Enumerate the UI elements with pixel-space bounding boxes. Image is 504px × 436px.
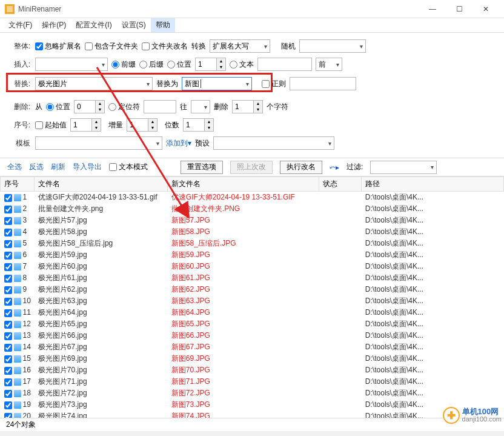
newname-cell: 新图74.JPG [168, 411, 319, 418]
status-cell [319, 376, 362, 387]
prefix-radio[interactable]: 前缀 [111, 59, 136, 70]
replace-combo[interactable]: 新图▾ [182, 77, 252, 90]
ignore-ext-checkbox[interactable]: 忽略扩展名 [35, 41, 81, 52]
regex-checkbox[interactable]: 正则 [262, 79, 286, 89]
minimize-button[interactable]: — [419, 1, 446, 18]
row-checkbox[interactable] [4, 413, 12, 418]
row-checkbox[interactable] [4, 286, 12, 294]
table-row[interactable]: 1优速GIF大师2024-04-19 13-33-51.gif优速GIF大师20… [1, 192, 504, 204]
refresh-link[interactable]: 刷新 [51, 162, 65, 172]
suffix-radio[interactable]: 后缀 [139, 59, 164, 70]
text-mode-checkbox[interactable]: 文本模式 [109, 162, 148, 172]
row-checkbox[interactable] [4, 321, 12, 329]
text-radio[interactable]: 文本 [230, 59, 254, 70]
del-position-radio[interactable]: 位置 [46, 102, 70, 112]
row-checkbox[interactable] [4, 378, 12, 386]
table-row[interactable]: 6极光图片59.jpg新图59.JPGD:\tools\桌面\4K... [1, 249, 504, 261]
row-checkbox[interactable] [4, 298, 12, 306]
row-checkbox[interactable] [4, 367, 12, 375]
row-checkbox[interactable] [4, 332, 12, 340]
row-checkbox[interactable] [4, 309, 12, 317]
del-pos-spin[interactable]: ▲▼ [74, 100, 105, 113]
table-row[interactable]: 5极光图片58_压缩后.jpg新图58_压缩后.JPGD:\tools\桌面\4… [1, 238, 504, 249]
row-checkbox[interactable] [4, 252, 12, 260]
col-status[interactable]: 状态 [319, 177, 362, 192]
add-to-link[interactable]: 添加到▾ [166, 138, 191, 149]
del-count-spin[interactable]: ▲▼ [232, 100, 263, 113]
row-checkbox[interactable] [4, 390, 12, 398]
table-row[interactable]: 19极光图片73.jpg新图73.JPGD:\tools\桌面\4K... [1, 399, 504, 411]
menu-help[interactable]: 帮助 [151, 18, 175, 32]
digits-spin[interactable]: ▲▼ [183, 118, 214, 132]
row-checkbox[interactable] [4, 194, 12, 202]
undo-icon[interactable]: ⤺▸ [330, 163, 339, 172]
position-spin[interactable]: ▲▼ [195, 58, 226, 71]
row-checkbox[interactable] [4, 263, 12, 271]
col-seq[interactable]: 序号 [1, 177, 35, 192]
table-row[interactable]: 7极光图片60.jpg新图60.JPGD:\tools\桌面\4K... [1, 261, 504, 272]
execute-button[interactable]: 执行改名 [280, 161, 322, 174]
regex-input[interactable] [290, 77, 356, 90]
menu-settings[interactable]: 设置(S) [117, 18, 151, 32]
table-row[interactable]: 17极光图片71.jpg新图71.JPGD:\tools\桌面\4K... [1, 376, 504, 387]
table-row[interactable]: 9极光图片62.jpg新图62.JPGD:\tools\桌面\4K... [1, 284, 504, 295]
table-row[interactable]: 20极光图片74.jpg新图74.JPGD:\tools\桌面\4K... [1, 411, 504, 418]
ext-pos-text: 前 [319, 59, 326, 70]
select-all-link[interactable]: 全选 [7, 162, 22, 172]
menu-config[interactable]: 配置文件(I) [71, 18, 116, 32]
row-checkbox[interactable] [4, 240, 12, 248]
row-checkbox[interactable] [4, 344, 12, 352]
table-row[interactable]: 14极光图片67.jpg新图67.JPGD:\tools\桌面\4K... [1, 341, 504, 353]
maximize-button[interactable]: ☐ [446, 1, 472, 18]
table-row[interactable]: 16极光图片70.jpg新图70.JPGD:\tools\桌面\4K... [1, 364, 504, 376]
col-path[interactable]: 路径 [362, 177, 504, 192]
menu-file[interactable]: 文件(F) [4, 18, 37, 32]
table-row[interactable]: 10极光图片63.jpg新图63.JPGD:\tools\桌面\4K... [1, 295, 504, 307]
last-button[interactable]: 照上次改 [230, 161, 273, 174]
close-button[interactable]: ✕ [472, 1, 499, 18]
file-icon [14, 286, 21, 293]
start-spin[interactable]: ▲▼ [70, 118, 101, 132]
position-radio[interactable]: 位置 [167, 59, 191, 70]
table-row[interactable]: 15极光图片69.jpg新图69.JPGD:\tools\桌面\4K... [1, 353, 504, 364]
filter-combo[interactable]: ▾ [370, 161, 437, 174]
ext-pos-select[interactable]: 前▾ [316, 58, 342, 71]
del-locator-radio[interactable]: 定位符 [108, 102, 140, 112]
table-row[interactable]: 13极光图片66.jpg新图66.JPGD:\tools\桌面\4K... [1, 330, 504, 341]
convert-select[interactable]: 扩展名大写▾ [210, 39, 270, 53]
replace-to-label: 替换为 [156, 79, 178, 89]
step-spin[interactable]: ▲▼ [127, 118, 158, 132]
reset-button[interactable]: 重置选项 [181, 161, 223, 174]
insert-combo[interactable]: ▾ [35, 58, 108, 71]
table-row[interactable]: 4极光图片58.jpg新图58.JPGD:\tools\桌面\4K... [1, 226, 504, 238]
table-row[interactable]: 2批量创建文件夹.png批量创建文件夹.PNGD:\tools\桌面\4K... [1, 203, 504, 215]
start-checkbox[interactable]: 起始值 [35, 120, 67, 130]
invert-link[interactable]: 反选 [29, 162, 44, 172]
to-select[interactable]: ▾ [191, 100, 210, 113]
row-checkbox[interactable] [4, 275, 12, 283]
table-row[interactable]: 11极光图片64.jpg新图64.JPGD:\tools\桌面\4K... [1, 307, 504, 318]
col-filename[interactable]: 文件名 [35, 177, 168, 192]
insert-text-input[interactable] [257, 58, 312, 71]
filename-cell: 极光图片60.jpg [35, 261, 168, 272]
table-row[interactable]: 8极光图片61.jpg新图61.JPGD:\tools\桌面\4K... [1, 272, 504, 284]
menu-operate[interactable]: 操作(P) [37, 18, 71, 32]
row-checkbox[interactable] [4, 217, 12, 225]
random-select[interactable]: ▾ [299, 39, 366, 53]
import-export-link[interactable]: 导入导出 [73, 162, 102, 172]
row-checkbox[interactable] [4, 401, 12, 409]
template-combo[interactable]: ▾ [35, 136, 162, 150]
row-checkbox[interactable] [4, 229, 12, 236]
row-checkbox[interactable] [4, 355, 12, 363]
include-sub-checkbox[interactable]: 包含子文件夹 [85, 41, 138, 52]
locator-input[interactable] [144, 100, 176, 113]
table-row[interactable]: 3极光图片57.jpg新图57.JPGD:\tools\桌面\4K... [1, 215, 504, 226]
rename-folder-checkbox[interactable]: 文件夹改名 [142, 41, 188, 52]
preset-combo[interactable]: ▾ [213, 136, 334, 150]
table-row[interactable]: 12极光图片65.jpg新图65.JPGD:\tools\桌面\4K... [1, 318, 504, 330]
row-checkbox[interactable] [4, 206, 12, 213]
find-combo[interactable]: 极光图片▾ [35, 77, 153, 90]
newname-cell: 新图58_压缩后.JPG [168, 238, 319, 249]
col-newname[interactable]: 新文件名 [168, 177, 319, 192]
table-row[interactable]: 18极光图片72.jpg新图72.JPGD:\tools\桌面\4K... [1, 387, 504, 399]
